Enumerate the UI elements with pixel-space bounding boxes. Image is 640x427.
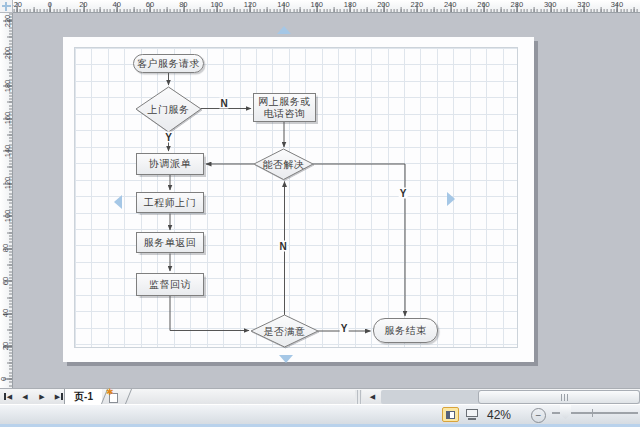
pan-left-icon[interactable] xyxy=(114,195,122,209)
fullscreen-view-button[interactable] xyxy=(465,409,480,421)
flow-node-dispatch[interactable]: 协调派单 xyxy=(136,153,204,175)
tab-separator xyxy=(125,389,132,404)
left-ruler-label: 100 xyxy=(3,210,12,223)
pan-down-icon[interactable] xyxy=(279,355,293,363)
flow-node-end-label: 服务结束 xyxy=(385,325,427,337)
edge-label-onsite-no[interactable]: N xyxy=(219,98,228,109)
first-page-button[interactable]: ◀ xyxy=(1,390,15,403)
connector-followup-to-satisfied[interactable] xyxy=(170,296,249,331)
visio-drawing-window: -200204060801001201401601802002202402602… xyxy=(0,0,640,427)
flow-node-service-order-return-label: 服务单返回 xyxy=(144,237,197,249)
flow-node-engineer-visit-label: 工程师上门 xyxy=(144,197,197,209)
left-ruler-label: 140 xyxy=(3,144,12,157)
pan-up-icon[interactable] xyxy=(277,26,291,34)
top-ruler-label: 300 xyxy=(544,0,557,9)
drawing-page[interactable]: 客户服务请求 网上服务或 电话咨询 协调派单 工程师上门 服务单返回 监督回访 … xyxy=(63,37,534,362)
top-ruler-label: 40 xyxy=(112,0,120,9)
top-ruler-label: 280 xyxy=(511,0,524,9)
pan-right-icon[interactable] xyxy=(447,192,455,206)
fullscreen-view-icon xyxy=(468,418,476,420)
top-ruler-label: 60 xyxy=(146,0,154,9)
top-ruler-label: -20 xyxy=(13,0,22,9)
scrollbar-grip-icon xyxy=(561,394,570,401)
flow-node-online-service[interactable]: 网上服务或 电话咨询 xyxy=(253,93,316,122)
left-ruler[interactable]: 220200180160140120100806040200 xyxy=(0,13,13,388)
scroll-left-icon: ◀ xyxy=(370,393,375,401)
minus-icon: − xyxy=(536,411,542,421)
crosshair-icon xyxy=(5,2,7,11)
left-ruler-label: 120 xyxy=(3,177,12,190)
first-page-icon xyxy=(4,393,6,400)
left-ruler-label: 180 xyxy=(3,79,12,92)
ruler-ticks xyxy=(3,13,12,388)
top-ruler-label: 240 xyxy=(444,0,457,9)
tab-page-1-label: 页-1 xyxy=(74,390,93,404)
top-ruler-label: 200 xyxy=(377,0,390,9)
fullscreen-view-icon xyxy=(466,409,478,417)
flow-node-start-label: 客户服务请求 xyxy=(137,58,200,70)
top-ruler-label: 260 xyxy=(477,0,490,9)
left-ruler-label: 60 xyxy=(1,277,10,285)
pane-splitter-handle[interactable] xyxy=(355,390,362,404)
top-ruler-label: 220 xyxy=(411,0,424,9)
normal-view-icon xyxy=(446,411,450,419)
top-ruler-label: 340 xyxy=(611,0,624,9)
flow-node-engineer-visit[interactable]: 工程师上门 xyxy=(136,192,204,213)
drawing-canvas[interactable]: 客户服务请求 网上服务或 电话咨询 协调派单 工程师上门 服务单返回 监督回访 … xyxy=(13,13,640,388)
left-ruler-label: 80 xyxy=(1,244,10,252)
zoom-out-button[interactable]: − xyxy=(531,408,546,423)
insert-page-button[interactable]: ✱ xyxy=(108,391,120,403)
decision-solve-label[interactable]: 能否解决 xyxy=(254,158,313,172)
previous-page-button[interactable]: ◀ xyxy=(18,390,32,403)
status-bar: 42% − xyxy=(0,404,640,424)
top-ruler[interactable]: -200204060801001201401601802002202402602… xyxy=(13,0,640,13)
flow-node-online-service-label: 电话咨询 xyxy=(264,108,306,120)
top-ruler-label: 180 xyxy=(344,0,357,9)
top-ruler-label: 320 xyxy=(577,0,590,9)
top-ruler-label: 120 xyxy=(244,0,257,9)
flow-node-end[interactable]: 服务结束 xyxy=(373,318,438,343)
tab-page-1[interactable]: 页-1 xyxy=(64,389,102,404)
top-ruler-label: 140 xyxy=(277,0,290,9)
edge-label-onsite-yes[interactable]: Y xyxy=(164,132,173,143)
first-page-icon: ◀ xyxy=(7,393,12,401)
flow-node-service-order-return[interactable]: 服务单返回 xyxy=(136,232,204,253)
edge-label-solve-yes[interactable]: Y xyxy=(399,188,408,199)
zoom-level-value[interactable]: 42% xyxy=(487,408,511,422)
decision-satisfied-label[interactable]: 是否满意 xyxy=(251,325,318,339)
edge-label-satisfied-no[interactable]: N xyxy=(278,241,287,252)
top-ruler-label: 20 xyxy=(79,0,87,9)
scroll-left-button[interactable]: ◀ xyxy=(365,390,380,404)
left-ruler-label: 0 xyxy=(0,376,8,380)
flow-node-start[interactable]: 客户服务请求 xyxy=(133,54,204,73)
flow-node-supervise-followup-label: 监督回访 xyxy=(149,279,191,291)
top-ruler-label: 160 xyxy=(310,0,323,9)
horizontal-scrollbar[interactable] xyxy=(381,390,640,404)
last-page-icon xyxy=(61,393,63,400)
left-ruler-label: 220 xyxy=(3,14,12,27)
top-ruler-label: 0 xyxy=(48,0,52,9)
flow-node-dispatch-label: 协调派单 xyxy=(149,158,191,170)
last-page-icon: ▶ xyxy=(55,393,60,401)
top-ruler-label: 80 xyxy=(179,0,187,9)
edge-label-satisfied-yes[interactable]: Y xyxy=(340,323,349,334)
decision-onsite-label[interactable]: 上门服务 xyxy=(136,103,201,117)
insert-page-star-icon: ✱ xyxy=(106,387,114,397)
left-ruler-label: 40 xyxy=(1,309,10,317)
next-page-button[interactable]: ▶ xyxy=(35,390,49,403)
flowchart-layer xyxy=(63,37,534,362)
page-tab-bar: ◀ ◀ ▶ ▶ 页-1 ✱ ◀ xyxy=(0,388,640,404)
previous-page-icon: ◀ xyxy=(22,393,27,401)
normal-view-button[interactable] xyxy=(442,407,459,422)
connector-solve-yes-to-end[interactable] xyxy=(313,164,405,316)
left-ruler-label: 160 xyxy=(3,112,12,125)
top-ruler-label: 100 xyxy=(210,0,223,9)
left-ruler-label: 200 xyxy=(3,47,12,60)
next-page-icon: ▶ xyxy=(39,393,44,401)
left-ruler-label: 20 xyxy=(1,342,10,350)
zoom-slider-tick xyxy=(592,409,593,417)
flow-node-supervise-followup[interactable]: 监督回访 xyxy=(136,273,204,296)
horizontal-scrollbar-thumb[interactable] xyxy=(478,390,640,404)
ruler-origin-icon xyxy=(0,0,13,13)
flow-node-online-service-label: 网上服务或 xyxy=(258,96,311,108)
